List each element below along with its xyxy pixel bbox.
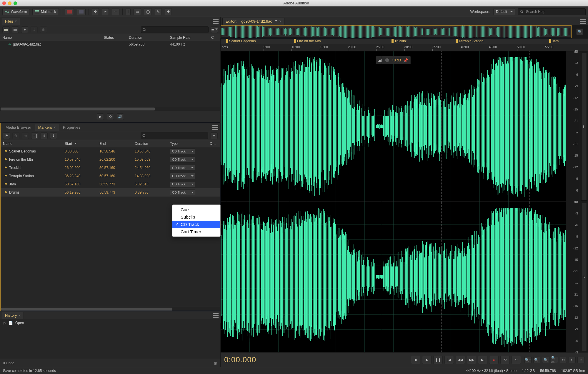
col-description[interactable]: De <box>207 142 216 146</box>
markers-h-scrollbar[interactable] <box>1 307 220 311</box>
time-selection-tool-button[interactable]: I <box>126 8 131 15</box>
timecode-display[interactable]: 0:00.000 <box>224 355 256 364</box>
marker-strip[interactable]: Scarlet BegoniasFire on the MtnTruckin'T… <box>221 38 588 44</box>
tab-media-browser[interactable]: Media Browser <box>2 124 34 131</box>
close-icon[interactable]: × <box>279 19 281 24</box>
razor-tool-button[interactable]: ✂ <box>102 8 109 15</box>
markers-list[interactable]: ⚑Scarlet Begonias0:00.00010:58.54610:58.… <box>1 147 220 307</box>
zoom-navigator-button[interactable]: 🔍 <box>576 28 583 35</box>
lasso-tool-button[interactable]: ◯ <box>144 8 152 15</box>
zoom-in-button[interactable]: 🔍+ <box>524 357 532 363</box>
overview-waveform[interactable]: 🔍 <box>221 25 588 38</box>
marker-type-dropdown[interactable]: CD Track <box>170 148 195 154</box>
markers-search-input[interactable] <box>141 133 208 139</box>
marker-type-dropdown[interactable]: CD Track <box>170 181 195 187</box>
stop-button[interactable]: ■ <box>411 356 420 364</box>
marker-row[interactable]: ⚑Scarlet Begonias0:00.00010:58.54610:58.… <box>1 147 220 155</box>
waveform-area[interactable]: +0 dB 📌 dB-3-6-9-12-15-21-∞-21-15-12-9-6… <box>221 51 588 352</box>
marker-flag[interactable]: Truckin' <box>392 39 407 43</box>
menu-item-subclip[interactable]: Subclip <box>172 213 220 221</box>
tab-history[interactable]: History× <box>2 312 24 319</box>
go-to-start-button[interactable]: |◀ <box>444 356 454 364</box>
spectral-frequency-button[interactable] <box>65 8 74 15</box>
col-name[interactable]: Name <box>0 36 101 40</box>
marker-flag[interactable]: Terrapin Station <box>456 39 483 43</box>
zoom-full-button[interactable]: 🔍 <box>542 357 549 363</box>
channel-badge-r[interactable]: R <box>581 203 587 351</box>
import-button[interactable] <box>12 26 19 33</box>
brush-tool-button[interactable]: ✎ <box>155 8 162 15</box>
export-markers-button[interactable]: ⇪ <box>41 133 48 139</box>
zoom-reset-amp-button[interactable]: ↕ <box>577 357 584 363</box>
marker-flag[interactable]: Jam <box>549 39 559 43</box>
col-sample-rate[interactable]: Sample Rate <box>168 36 209 40</box>
loop-preview-button[interactable]: ⟲ <box>107 113 114 120</box>
marker-type-dropdown[interactable]: CD Track <box>170 165 195 171</box>
marker-flag[interactable]: Scarlet Begonias <box>226 39 256 43</box>
fast-forward-button[interactable]: ▶▶ <box>467 356 476 364</box>
marker-flag[interactable]: Fire on the Mtn <box>294 39 321 43</box>
help-search-input[interactable]: Search Help <box>518 8 586 15</box>
panel-menu-button[interactable] <box>213 313 219 318</box>
heal-tool-button[interactable]: ✚ <box>165 8 172 15</box>
history-item[interactable]: ▷ 📄 Open <box>0 319 220 326</box>
filter-markers-button[interactable]: ≣ <box>211 133 218 139</box>
marker-row[interactable]: ⚑Jam50:57.16056:59.7736:02.613CD Track <box>1 180 220 188</box>
preview-play-button[interactable]: ▶ <box>97 113 104 120</box>
file-row[interactable]: ∿gd90-09-14d2.flac 56:59.768 44100 Hz <box>0 41 220 48</box>
marker-row[interactable]: ⚑Truckin'26:02.20050:57.16024:54.960CD T… <box>1 164 220 172</box>
files-h-scrollbar[interactable] <box>0 107 220 111</box>
col-duration[interactable]: Duration <box>126 36 168 40</box>
zoom-selection-button[interactable]: 🔍▭ <box>551 357 558 363</box>
panel-menu-button[interactable] <box>212 125 218 130</box>
chevron-down-icon[interactable] <box>275 20 277 23</box>
insert-into-multitrack-button[interactable]: →| <box>31 133 38 139</box>
col-channels[interactable]: C <box>209 36 218 40</box>
marker-type-dropdown[interactable]: CD Track <box>170 173 195 179</box>
col-duration[interactable]: Duration <box>132 142 168 146</box>
spectral-pitch-button[interactable] <box>77 8 86 15</box>
pin-hud-button[interactable]: 📌 <box>403 58 408 63</box>
col-name[interactable]: Name <box>1 142 62 146</box>
add-marker-button[interactable]: ⚑ <box>3 133 10 139</box>
col-type[interactable]: Type <box>168 142 207 146</box>
channel-right[interactable] <box>221 202 566 352</box>
autoplay-button[interactable]: 🔊 <box>117 113 124 120</box>
tab-markers[interactable]: Markers× <box>35 124 59 131</box>
workspace-dropdown[interactable]: Default <box>493 8 515 15</box>
history-list[interactable]: ▷ 📄 Open <box>0 319 220 359</box>
col-start[interactable]: Start <box>62 142 97 146</box>
close-icon[interactable]: × <box>54 125 56 130</box>
waveform-view-button[interactable]: Waveform <box>2 8 29 15</box>
loop-button[interactable]: ⟲ <box>500 356 510 364</box>
insert-button[interactable]: ⤓ <box>31 26 38 33</box>
tab-files[interactable]: Files× <box>2 18 20 25</box>
tab-editor[interactable]: Editor: gd90-09-14d2.flac × <box>222 18 284 25</box>
rewind-button[interactable]: ◀◀ <box>456 356 465 364</box>
marquee-tool-button[interactable]: ▭ <box>134 8 141 15</box>
zoom-out-amp-button[interactable]: ↕- <box>569 357 576 363</box>
marker-row[interactable]: ⚑Fire on the Mtn10:58.54626:02.20015:03.… <box>1 155 220 164</box>
panel-menu-button[interactable] <box>213 19 219 24</box>
col-end[interactable]: End <box>97 142 132 146</box>
delete-history-button[interactable]: 🗑 <box>214 361 217 365</box>
menu-item-cd-track[interactable]: CD Track <box>172 221 220 228</box>
knob-icon[interactable] <box>385 58 389 63</box>
files-list[interactable]: ∿gd90-09-14d2.flac 56:59.768 44100 Hz <box>0 41 220 107</box>
pause-button[interactable]: ❚❚ <box>433 356 443 364</box>
merge-markers-button[interactable]: ⇥ <box>22 133 29 139</box>
export-audio-button[interactable]: ⤓ <box>50 133 57 139</box>
open-file-button[interactable] <box>2 26 9 33</box>
slip-tool-button[interactable]: ↔ <box>112 8 119 15</box>
new-file-button[interactable]: ＋ <box>21 26 28 33</box>
skip-selection-button[interactable]: ⤳ <box>512 356 521 364</box>
marker-row[interactable]: ⚑Drums56:19.98656:59.7730:39.786CD Track <box>1 188 220 197</box>
menu-item-cue[interactable]: Cue <box>172 206 220 213</box>
marker-row[interactable]: ⚑Terrapin Station36:23.24050:57.16014:33… <box>1 172 220 180</box>
col-status[interactable]: Status <box>101 36 126 40</box>
files-search-input[interactable] <box>141 26 209 33</box>
close-icon[interactable]: × <box>15 19 17 24</box>
move-tool-button[interactable]: ✥ <box>92 8 99 15</box>
filter-button[interactable]: ≣ <box>211 26 218 33</box>
time-ruler[interactable]: hms 5:0010:0015:0020:0025:0030:0035:0040… <box>221 44 588 51</box>
